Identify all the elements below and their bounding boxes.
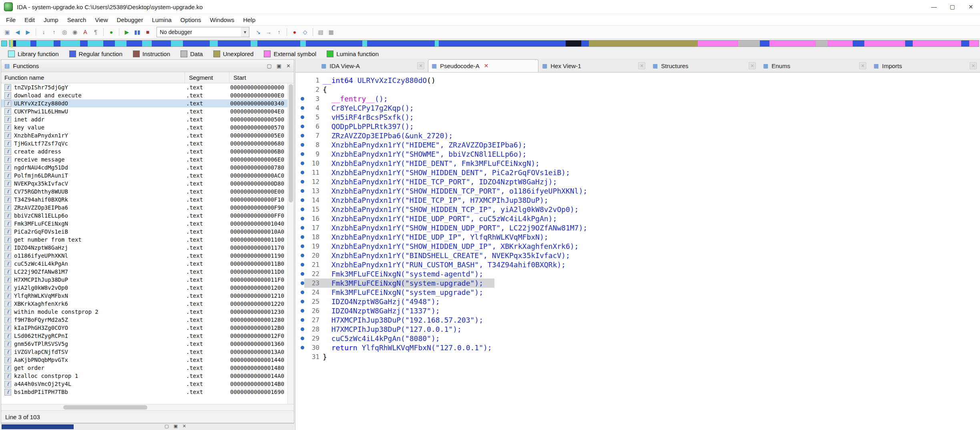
start-process-icon[interactable]: ▶	[122, 27, 132, 37]
rename-icon[interactable]: A	[80, 27, 90, 37]
navband-segment[interactable]	[127, 40, 142, 46]
tab-hex-view-1[interactable]: ▦Hex View-1✕	[538, 59, 649, 72]
functions-column-header[interactable]: Function name Segment Start	[1, 72, 294, 83]
scrollbar-thumb[interactable]	[289, 84, 293, 202]
windows-list-icon[interactable]: ▦	[326, 27, 336, 37]
tab-close-icon[interactable]: ✕	[749, 62, 756, 69]
pseudocode-line[interactable]: 29 cuC5zWc4iL4kPgAn("8080");	[295, 334, 980, 343]
navband-segment[interactable]	[103, 40, 115, 46]
navband-segment[interactable]	[769, 40, 816, 46]
menu-item-options[interactable]: Options	[176, 14, 206, 25]
tab-close-icon[interactable]: ✕	[417, 62, 424, 69]
navband-segment[interactable]	[36, 40, 54, 46]
pseudocode-line[interactable]: 11 XnzbhEaPnydxn1rY("SHOW_HIDDEN_DENT", …	[295, 168, 980, 177]
navband-segment[interactable]	[367, 40, 435, 46]
function-row[interactable]: fXBKrkXaghfenXrk6.text0000000000001220	[1, 300, 294, 308]
navband-segment[interactable]	[257, 40, 300, 46]
function-row[interactable]: fiVZGVlapCNjfdTSV.text00000000000013A0	[1, 348, 294, 356]
function-row[interactable]: fLC22j9OZfANw81M7.text00000000000011D0	[1, 268, 294, 276]
pseudocode-line[interactable]: 19 XnzbhEaPnydxn1rY("SHOW_HIDDEN_UDP_IP"…	[295, 242, 980, 251]
functions-vertical-scrollbar[interactable]	[287, 83, 294, 404]
watch-icon[interactable]: ◇	[300, 27, 310, 37]
pseudocode-line[interactable]: 17 XnzbhEaPnydxn1rY("SHOW_HIDDEN_UDP_POR…	[295, 223, 980, 232]
pseudocode-line[interactable]: 30 return YlfqRhWLKVqMFbxN("127.0.0.1");	[295, 343, 980, 352]
stop-process-icon[interactable]: ■	[143, 27, 153, 37]
function-row[interactable]: fFmk3MFLuFCEiNxgN.text0000000000001040	[1, 220, 294, 228]
navigate-back-icon[interactable]: ◀	[13, 27, 22, 37]
step-over-icon[interactable]: →	[264, 27, 273, 37]
menu-item-debugger[interactable]: Debugger	[112, 14, 148, 25]
save-icon[interactable]: ▣	[2, 27, 12, 37]
step-into-icon[interactable]: ↘	[253, 27, 263, 37]
function-row[interactable]: fYlfqRhWLKVqMFbxN.text0000000000001210	[1, 292, 294, 300]
pseudocode-line[interactable]: 2{	[295, 85, 980, 94]
pseudocode-line[interactable]: 1__int64 ULRYvXzICzy880dO()	[295, 76, 980, 85]
function-row[interactable]: fPiCa2rGqFOVs1eiB.text00000000000010A0	[1, 228, 294, 236]
navband-segment[interactable]	[816, 40, 827, 46]
function-row[interactable]: fcreate_address.text00000000000006B0	[1, 147, 294, 155]
navigation-band[interactable]	[9, 40, 979, 47]
function-row[interactable]: fdownload_and_execute.text00000000000000…	[1, 91, 294, 99]
tab-imports[interactable]: ▦Imports✕	[870, 59, 980, 72]
dock-icon[interactable]: ▣	[173, 424, 177, 429]
pseudocode-line[interactable]: 9 XnzbhEaPnydxn1rY("SHOWME", bbiVzCN8l1E…	[295, 149, 980, 159]
minimize-icon[interactable]: —	[925, 0, 943, 14]
tab-structures[interactable]: ▦Structures✕	[649, 59, 759, 72]
pseudocode-line[interactable]: 14 XnzbhEaPnydxn1rY("HIDE_TCP_IP", H7XMC…	[295, 196, 980, 205]
navband-segment[interactable]	[142, 40, 152, 46]
navband-segment[interactable]	[300, 40, 306, 46]
function-row[interactable]: fNVEKPqx35kIvfacV.text0000000000000D80	[1, 180, 294, 188]
function-row[interactable]: fngdrNAU4cdMg51Dd.text0000000000000780	[1, 164, 294, 172]
navigate-forward-icon[interactable]: ▶	[23, 27, 33, 37]
lumina-icon[interactable]: ●	[106, 27, 116, 37]
function-row[interactable]: fget_number_from_text.text00000000000011…	[1, 236, 294, 244]
pseudocode-line[interactable]: 12 XnzbhEaPnydxn1rY("HIDE_TCP_PORT", IDZ…	[295, 177, 980, 186]
navband-segment[interactable]	[439, 40, 566, 46]
close-icon[interactable]: ✕	[962, 0, 980, 14]
search-again-icon[interactable]: ◉	[70, 27, 80, 37]
function-row[interactable]: fwithin_module_constprop_2.text000000000…	[1, 308, 294, 316]
function-row[interactable]: fCUKYPhwi1L6LHmwU.text00000000000004E0	[1, 107, 294, 115]
function-row[interactable]: fcuC5zWc4iL4kPgAn.text00000000000011B0	[1, 260, 294, 268]
pseudocode-line[interactable]: 4 Cr8YeLCPy17g2Kqp();	[295, 103, 980, 113]
navband-segment[interactable]	[54, 40, 60, 46]
navband-segment[interactable]	[60, 40, 80, 46]
scrollbar-thumb[interactable]	[63, 405, 147, 410]
jump-next-icon[interactable]: ↓	[39, 27, 48, 37]
function-row[interactable]: fIDZO4NzptW8GaHzj.text0000000000001170	[1, 244, 294, 252]
menu-item-file[interactable]: File	[2, 14, 20, 25]
navband-segment[interactable]	[16, 40, 30, 46]
pseudocode-line[interactable]: 10 XnzbhEaPnydxn1rY("HIDE_DENT", Fmk3MFL…	[295, 159, 980, 168]
pseudocode-line[interactable]: 5 vH5iRF4rBcsPSxfk();	[295, 113, 980, 122]
menu-item-search[interactable]: Search	[63, 14, 91, 25]
restore-icon[interactable]: ▢	[165, 424, 169, 429]
pseudocode-line[interactable]: 3 __fentry__();	[295, 94, 980, 103]
pseudocode-line[interactable]: 31}	[295, 352, 980, 361]
navband-segment[interactable]	[30, 40, 36, 46]
pseudocode-line[interactable]: 13 XnzbhEaPnydxn1rY("SHOW_HIDDEN_TCP_POR…	[295, 186, 980, 196]
function-row[interactable]: fPolfmjn6LDRAuniT.text0000000000000AC0	[1, 172, 294, 180]
close-icon[interactable]: ✕	[183, 424, 186, 429]
functions-horizontal-scrollbar[interactable]	[1, 404, 294, 410]
menu-item-lumina[interactable]: Lumina	[147, 14, 176, 25]
pseudocode-line[interactable]: 16 XnzbhEaPnydxn1rY("HIDE_UDP_PORT", cuC…	[295, 214, 980, 223]
navband-segment[interactable]	[853, 40, 864, 46]
tab-close-icon[interactable]: ✕	[483, 62, 490, 69]
navband-segment[interactable]	[210, 40, 217, 46]
function-row[interactable]: fo1186ifyeUPhXKNl.text0000000000001190	[1, 252, 294, 260]
function-row[interactable]: fgnm56vTPlRSVSV5g.text0000000000001360	[1, 340, 294, 348]
maximize-icon[interactable]: ▢	[943, 0, 962, 14]
function-row[interactable]: ftnZVpIShr75djGgY.text0000000000000000	[1, 83, 294, 91]
navband-segment[interactable]	[738, 40, 759, 46]
restore-icon[interactable]: ▢	[267, 63, 272, 69]
function-row[interactable]: fTjHGxLtf7Zsf7qVc.text0000000000000680	[1, 139, 294, 147]
function-row[interactable]: fa4A4h0sVmcOj2ty4L.text00000000000014B0	[1, 380, 294, 388]
function-row[interactable]: fkey_value.text0000000000000570	[1, 123, 294, 131]
function-row[interactable]: fkzalloc_constprop_1.text00000000000014A…	[1, 372, 294, 380]
tab-enums[interactable]: ▦Enums✕	[759, 59, 870, 72]
pseudocode-line[interactable]: 21 XnzbhEaPnydxn1rY("RUN_CUSTOM_BASH", T…	[295, 260, 980, 269]
bottom-panel-titlebar[interactable]: ▢▣✕	[1, 423, 294, 430]
navband-segment[interactable]	[218, 40, 251, 46]
function-row[interactable]: fT34Z94ahif0BXQRk.text0000000000000F10	[1, 196, 294, 204]
function-row[interactable]: fH7XMCPIhJup38DuP.text00000000000011F0	[1, 276, 294, 284]
